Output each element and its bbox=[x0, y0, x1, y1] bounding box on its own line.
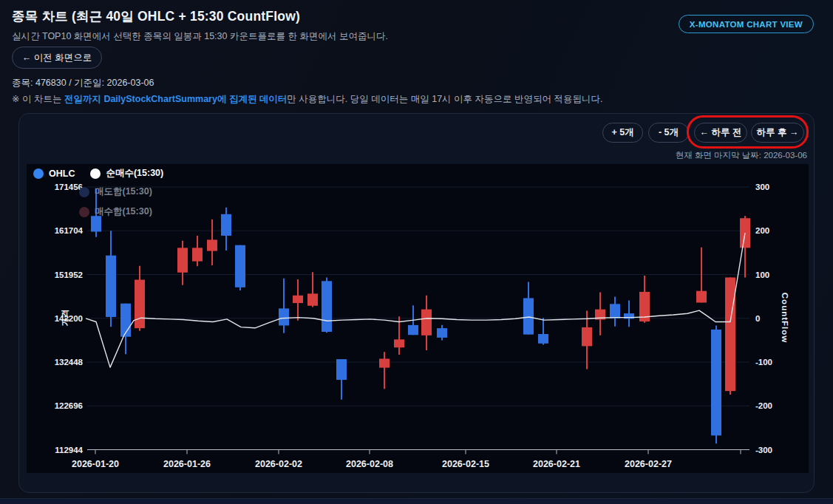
note-highlight: 전일까지 DailyStockChartSummary에 집계된 데이터 bbox=[64, 94, 287, 104]
price-tick-label: 122696 bbox=[55, 401, 83, 410]
flow-tick-label: -300 bbox=[755, 446, 772, 454]
candle-body bbox=[582, 327, 592, 347]
candle-body bbox=[725, 277, 735, 391]
stock-info: 종목: 476830 / 기준일: 2026-03-06 bbox=[12, 77, 154, 89]
sell-sum-legend-dot-icon bbox=[79, 187, 89, 197]
minus-5-button[interactable]: - 5개 bbox=[648, 123, 689, 143]
price-tick-label: 161704 bbox=[55, 226, 84, 235]
candle-body bbox=[106, 256, 116, 317]
legend-item-buy-sum[interactable]: 매수합(15:30) bbox=[79, 205, 152, 218]
ohlc-legend-dot-icon bbox=[33, 168, 44, 179]
candle-body bbox=[177, 248, 188, 272]
date-tick-label: 2026-02-02 bbox=[255, 459, 302, 469]
back-button[interactable]: ← 이전 화면으로 bbox=[12, 47, 102, 69]
legend-label-sell-sum: 매도합(15:30) bbox=[95, 185, 152, 198]
price-tick-label: 112944 bbox=[55, 446, 83, 454]
candle-body bbox=[696, 291, 707, 303]
page-subtitle: 실시간 TOP10 화면에서 선택한 종목의 일봉과 15:30 카운트플로를 … bbox=[12, 30, 388, 43]
legend-item-sell-sum[interactable]: 매도합(15:30) bbox=[79, 185, 152, 198]
candle-body bbox=[421, 310, 432, 336]
stock-chart-page: 종목 차트 (최근 40일 OHLC + 15:30 CountFlow) 실시… bbox=[0, 0, 833, 504]
candle-body bbox=[91, 216, 101, 231]
candle-body bbox=[192, 248, 203, 261]
note-prefix: ※ 이 차트는 bbox=[12, 94, 64, 104]
candle-body bbox=[221, 214, 231, 236]
date-tick-label: 2026-02-21 bbox=[533, 459, 580, 469]
legend-label-buy-sum: 매수합(15:30) bbox=[95, 205, 152, 218]
candle-body bbox=[379, 358, 390, 367]
candle-body bbox=[538, 334, 548, 344]
x-monatom-chart-view-button[interactable]: X-MONATOM CHART VIEW bbox=[679, 15, 814, 33]
bottom-section-edge bbox=[0, 498, 833, 504]
candle-body bbox=[711, 330, 721, 435]
net-buy-legend-dot-icon bbox=[90, 168, 101, 179]
next-day-button[interactable]: 하루 후 → bbox=[751, 123, 804, 143]
last-date-caption: 현재 화면 마지막 날짜: 2026-03-06 bbox=[676, 150, 807, 161]
date-tick-label: 2026-02-08 bbox=[346, 459, 393, 469]
price-tick-label: 151952 bbox=[55, 270, 83, 279]
flow-tick-label: 0 bbox=[755, 314, 760, 323]
plus-5-button[interactable]: + 5개 bbox=[602, 123, 643, 143]
candle-body bbox=[437, 328, 447, 338]
candle-body bbox=[207, 239, 217, 251]
legend-item-net-buy[interactable]: 순매수(15:30) bbox=[90, 167, 163, 180]
legend-label-ohlc: OHLC bbox=[49, 168, 75, 179]
candle-body bbox=[408, 325, 418, 335]
candle-body bbox=[322, 281, 332, 332]
candle-body bbox=[523, 298, 534, 334]
buy-sum-legend-dot-icon bbox=[79, 207, 89, 217]
date-tick-label: 2026-01-26 bbox=[163, 459, 211, 469]
page-title: 종목 차트 (최근 40일 OHLC + 15:30 CountFlow) bbox=[12, 7, 300, 25]
legend-item-ohlc[interactable]: OHLC bbox=[33, 168, 75, 179]
note-suffix: 만 사용합니다. 당일 데이터는 매일 17시 이후 자동으로 반영되어 적용됩… bbox=[287, 94, 602, 104]
date-tick-label: 2026-02-15 bbox=[442, 459, 489, 469]
flow-tick-label: -100 bbox=[755, 358, 772, 367]
candle-body bbox=[279, 308, 289, 325]
legend-label-net-buy: 순매수(15:30) bbox=[106, 167, 163, 180]
candle-body bbox=[394, 339, 404, 347]
flow-tick-label: 200 bbox=[755, 226, 769, 235]
candle-body bbox=[120, 304, 131, 337]
flow-tick-label: -200 bbox=[755, 401, 772, 410]
candle-body bbox=[336, 359, 347, 380]
legend-row-active: OHLC 순매수(15:30) bbox=[33, 167, 174, 180]
candle-body bbox=[293, 296, 303, 303]
flow-tick-label: 100 bbox=[755, 270, 769, 279]
date-tick-label: 2026-02-27 bbox=[625, 459, 672, 469]
flow-tick-label: 300 bbox=[755, 183, 769, 191]
flow-axis-title: CountFlow bbox=[781, 293, 789, 343]
candle-body bbox=[135, 279, 145, 328]
candle-body bbox=[307, 293, 318, 305]
date-tick-label: 2026-01-20 bbox=[72, 459, 119, 469]
price-tick-label: 132448 bbox=[55, 358, 84, 367]
candle-body bbox=[235, 245, 245, 287]
candle-body bbox=[610, 304, 620, 318]
prev-day-button[interactable]: ← 하루 전 bbox=[694, 123, 747, 143]
data-note: ※ 이 차트는 전일까지 DailyStockChartSummary에 집계된… bbox=[12, 93, 602, 106]
price-axis-title: 가격 bbox=[61, 310, 69, 327]
